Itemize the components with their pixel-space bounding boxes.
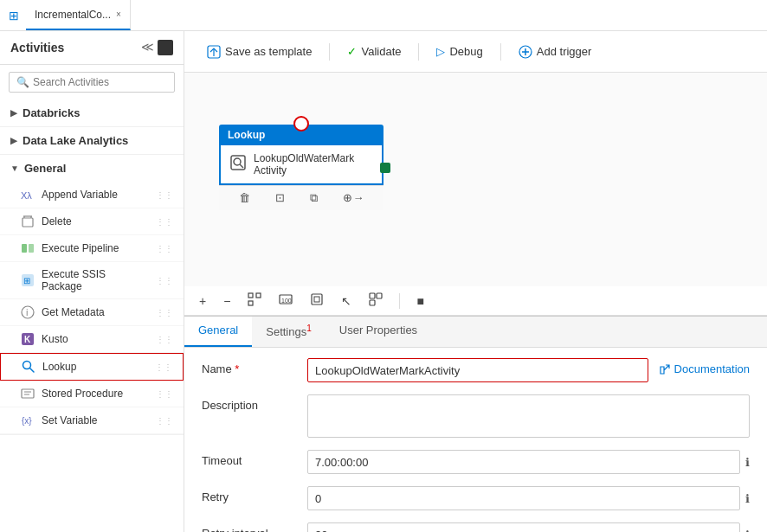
svg-rect-29 <box>248 301 253 305</box>
node-clone-button[interactable]: ⊡ <box>275 191 285 205</box>
sidebar-item-append-variable[interactable]: Xλ Append Variable ⋮⋮ <box>0 182 184 208</box>
timeout-info-icon[interactable]: ℹ <box>745 456 750 469</box>
canvas[interactable]: Lookup LookupOldWaterMarkActivity <box>184 73 767 286</box>
group-general-header[interactable]: ▼ General <box>0 155 184 182</box>
sidebar-item-execute-ssis[interactable]: ⊞ Execute SSIS Package ⋮⋮ <box>0 262 184 299</box>
lookup-label: Lookup <box>42 361 76 373</box>
node-actions: 🗑 ⊡ ⧉ ⊕→ <box>219 185 384 210</box>
add-trigger-button[interactable]: Add trigger <box>510 41 601 63</box>
retry-interval-field-wrap: ℹ <box>307 522 750 532</box>
bottom-panel: General Settings1 User Properties Name * <box>184 316 767 532</box>
debug-button[interactable]: ▷ Debug <box>428 41 491 62</box>
zoom-add-button[interactable]: + <box>195 292 210 311</box>
execute-pipeline-icon <box>21 241 35 255</box>
retry-interval-label: Retry interval <box>202 522 297 532</box>
group-data-lake-header[interactable]: ▶ Data Lake Analytics <box>0 127 184 154</box>
tab-general-label: General <box>198 324 238 337</box>
node-connector-right[interactable] <box>380 163 390 173</box>
name-input[interactable] <box>307 358 648 382</box>
node-connector-top[interactable] <box>293 116 309 131</box>
collapse-icon[interactable]: ≪ <box>141 40 154 55</box>
svg-point-25 <box>234 158 241 165</box>
timeout-label: Timeout <box>202 450 297 467</box>
group-general: ▼ General Xλ Append Variable ⋮⋮ <box>0 155 184 435</box>
drag-handle[interactable]: ⋮⋮ <box>156 190 173 200</box>
node-lookup-icon <box>229 154 247 171</box>
drag-handle-7[interactable]: ⋮⋮ <box>155 362 172 372</box>
retry-interval-row: Retry interval ℹ <box>202 522 750 532</box>
sidebar-item-lookup[interactable]: Lookup ⋮⋮ <box>0 353 184 381</box>
append-variable-label: Append Variable <box>42 189 118 201</box>
save-template-label: Save as template <box>225 45 312 58</box>
svg-rect-28 <box>256 293 261 298</box>
zoom-fit-all-button[interactable] <box>306 290 328 311</box>
description-input[interactable] <box>307 394 750 438</box>
get-metadata-icon: i <box>21 305 35 319</box>
save-template-icon <box>207 45 221 59</box>
arrange-button[interactable] <box>364 290 387 311</box>
tab-settings[interactable]: Settings1 <box>252 317 325 347</box>
separator-3 <box>500 43 501 61</box>
svg-rect-36 <box>370 300 375 305</box>
name-row: Name * Documentation <box>202 358 750 382</box>
drag-handle-9[interactable]: ⋮⋮ <box>156 416 173 426</box>
chevron-right-icon: ▶ <box>10 108 17 118</box>
drag-handle-4[interactable]: ⋮⋮ <box>156 276 173 285</box>
save-template-button[interactable]: Save as template <box>198 41 320 63</box>
svg-rect-34 <box>370 293 375 298</box>
sidebar-item-execute-pipeline[interactable]: Execute Pipeline ⋮⋮ <box>0 235 184 262</box>
drag-handle-3[interactable]: ⋮⋮ <box>156 244 173 253</box>
sidebar-item-kusto[interactable]: K Kusto ⋮⋮ <box>0 326 184 353</box>
sidebar-content: ▶ Databricks ▶ Data Lake Analytics ▼ Gen… <box>0 99 184 532</box>
zoom-minus-button[interactable]: − <box>219 292 235 311</box>
retry-input[interactable] <box>307 486 740 510</box>
tab-close-icon[interactable]: × <box>116 10 121 19</box>
svg-text:i: i <box>26 307 28 317</box>
sidebar-title: Activities <box>10 41 64 54</box>
group-databricks: ▶ Databricks <box>0 99 184 127</box>
debug-icon: ▷ <box>436 45 445 58</box>
sidebar-item-stored-procedure[interactable]: Stored Procedure ⋮⋮ <box>0 381 184 407</box>
tab-general[interactable]: General <box>184 317 252 347</box>
retry-interval-info-icon[interactable]: ℹ <box>745 529 750 532</box>
delete-icon <box>21 215 35 228</box>
canvas-area: Save as template ✓ Validate ▷ Debug Add … <box>184 31 767 532</box>
zoom-100-button[interactable]: 100 <box>274 290 297 311</box>
drag-handle-8[interactable]: ⋮⋮ <box>156 389 173 399</box>
group-general-label: General <box>24 162 66 175</box>
node-copy-button[interactable]: ⧉ <box>310 191 318 205</box>
retry-interval-input[interactable] <box>307 522 740 532</box>
retry-info-icon[interactable]: ℹ <box>745 492 750 505</box>
tab-label: IncrementalCo... <box>35 9 111 21</box>
cursor-button[interactable]: ↖ <box>337 292 356 311</box>
app-icon: ⊞ <box>9 9 19 22</box>
group-databricks-header[interactable]: ▶ Databricks <box>0 99 184 126</box>
get-metadata-label: Get Metadata <box>42 306 105 318</box>
group-databricks-label: Databricks <box>23 106 80 119</box>
tab-user-properties[interactable]: User Properties <box>325 317 431 347</box>
node-delete-button[interactable]: 🗑 <box>239 191 250 205</box>
timeout-field-wrap: ℹ <box>307 450 750 474</box>
drag-handle-2[interactable]: ⋮⋮ <box>156 217 173 227</box>
fit-button[interactable] <box>243 290 266 311</box>
chevron-right-icon-2: ▶ <box>10 136 17 145</box>
sidebar-item-set-variable[interactable]: {x} Set Variable ⋮⋮ <box>0 407 184 434</box>
documentation-label: Documentation <box>674 362 750 375</box>
pipeline-tab[interactable]: IncrementalCo... × <box>26 0 131 30</box>
more-button[interactable]: ■ <box>412 292 428 311</box>
panel-tabs: General Settings1 User Properties <box>184 317 767 348</box>
required-asterisk: * <box>235 362 239 375</box>
svg-rect-32 <box>312 294 322 304</box>
timeout-input[interactable] <box>307 450 740 474</box>
sidebar-item-get-metadata[interactable]: i Get Metadata ⋮⋮ <box>0 299 184 326</box>
node-next-button[interactable]: ⊕→ <box>343 191 364 205</box>
lookup-node[interactable]: Lookup LookupOldWaterMarkActivity <box>219 125 384 210</box>
add-trigger-label: Add trigger <box>537 45 592 58</box>
validate-button[interactable]: ✓ Validate <box>338 41 409 62</box>
documentation-link[interactable]: Documentation <box>659 358 750 375</box>
form-area: Name * Documentation Descripti <box>184 348 767 532</box>
search-input[interactable] <box>33 76 167 88</box>
sidebar-item-delete[interactable]: Delete ⋮⋮ <box>0 208 184 235</box>
drag-handle-6[interactable]: ⋮⋮ <box>156 335 173 344</box>
drag-handle-5[interactable]: ⋮⋮ <box>156 308 173 317</box>
